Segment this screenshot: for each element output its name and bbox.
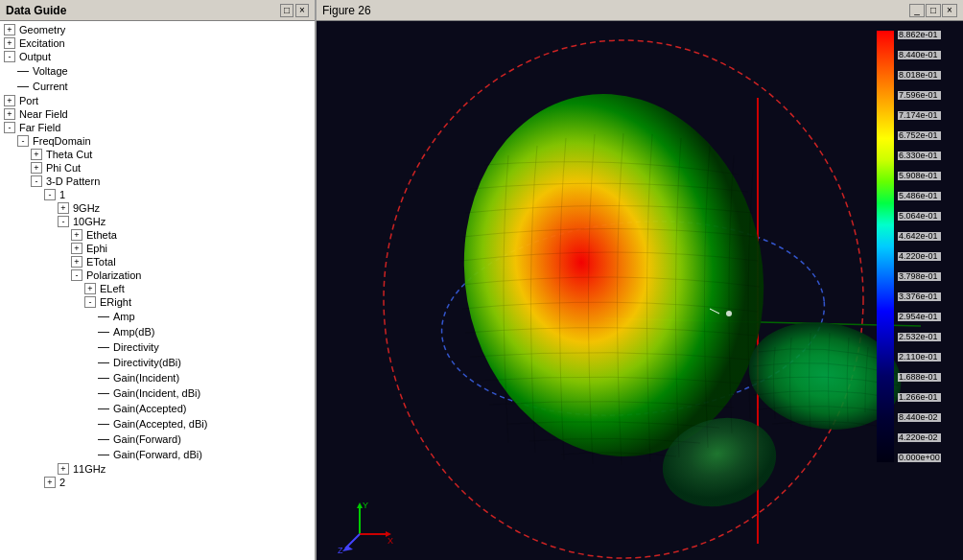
tree-toggle[interactable]: + (31, 162, 42, 174)
tree-item-current[interactable]: —Current (0, 79, 315, 94)
tree-item-output[interactable]: -Output (0, 50, 315, 63)
tree-label: Excitation (17, 37, 65, 49)
scale-label: 7.174e-01 (898, 111, 941, 120)
tree-item-10ghz[interactable]: -10GHz (0, 215, 315, 228)
tree-item-excitation[interactable]: +Excitation (0, 36, 315, 50)
tree-item-directivity[interactable]: —Directivity (0, 339, 315, 355)
tree-toggle[interactable]: + (31, 149, 42, 160)
scale-label: 8.862e-01 (898, 31, 941, 39)
tree-label: 11GHz (71, 463, 106, 475)
scale-label: 8.440e-01 (898, 51, 941, 59)
tree-label: 10GHz (71, 216, 106, 227)
tree-item-gain-accepted[interactable]: —Gain(Accepted) (0, 401, 315, 416)
tree-toggle[interactable]: + (58, 463, 69, 475)
svg-text:Z: Z (338, 546, 343, 555)
tree-item-geometry[interactable]: +Geometry (0, 23, 315, 36)
tree-toggle[interactable]: - (17, 135, 29, 147)
tree-toggle[interactable]: - (71, 269, 82, 281)
scale-label: 3.798e-01 (898, 272, 941, 281)
panel-close-btn[interactable]: × (295, 4, 309, 17)
tree-toggle[interactable]: - (44, 189, 56, 200)
tree-toggle[interactable]: + (4, 108, 15, 120)
tree-label: FreqDomain (31, 135, 91, 147)
tree-leaf-spacer: — (98, 432, 111, 446)
scale-label: 7.596e-01 (898, 91, 941, 100)
tree-label: Port (17, 95, 38, 106)
tree-toggle[interactable]: - (4, 51, 15, 62)
tree-label: ERight (98, 296, 131, 308)
tree-toggle[interactable]: - (58, 216, 69, 227)
figure-content: Y X Z 8.862e-018.44 (317, 21, 963, 560)
tree-toggle[interactable]: + (4, 24, 15, 35)
panel-header: Data Guide □ × (0, 0, 315, 21)
tree-leaf-spacer: — (17, 80, 31, 93)
tree-toggle[interactable]: + (58, 202, 69, 214)
tree-label: Near Field (17, 108, 68, 120)
tree-item-eright[interactable]: -ERight (0, 295, 315, 309)
tree-label: Gain(Accepted, dBi) (111, 418, 207, 430)
tree-item-directivity-dbi[interactable]: —Directivity(dBi) (0, 355, 315, 370)
tree-toggle[interactable]: - (31, 175, 42, 187)
scale-label: 3.376e-01 (898, 292, 941, 301)
tree-leaf-spacer: — (98, 310, 111, 323)
tree-item-gain-incident-dbi[interactable]: —Gain(Incident, dBi) (0, 385, 315, 401)
tree-item-near-field[interactable]: +Near Field (0, 107, 315, 121)
tree-item-gain-forward-dbi[interactable]: —Gain(Forward, dBi) (0, 447, 315, 462)
tree-item-voltage[interactable]: —Voltage (0, 63, 315, 79)
tree-container[interactable]: +Geometry+Excitation-Output—Voltage—Curr… (0, 21, 315, 560)
tree-item-etheta[interactable]: +Etheta (0, 228, 315, 242)
figure-restore-btn[interactable]: □ (926, 4, 941, 17)
figure-title: Figure 26 (322, 4, 371, 17)
tree-item-freqdomain[interactable]: -FreqDomain (0, 134, 315, 148)
tree-item-polarization[interactable]: -Polarization (0, 268, 315, 282)
tree-toggle[interactable]: + (84, 283, 96, 294)
tree-item-node-2[interactable]: +2 (0, 476, 315, 489)
tree-item-theta-cut[interactable]: +Theta Cut (0, 148, 315, 161)
figure-panel: Figure 26 _ □ × (317, 0, 963, 560)
tree-item-far-field[interactable]: -Far Field (0, 121, 315, 134)
tree-item-gain-incident[interactable]: —Gain(Incident) (0, 370, 315, 385)
tree-item-etotal[interactable]: +ETotal (0, 255, 315, 268)
tree-item-3d-pattern[interactable]: -3-D Pattern (0, 175, 315, 188)
tree-item-gain-accepted-dbi[interactable]: —Gain(Accepted, dBi) (0, 416, 315, 432)
tree-item-amp[interactable]: —Amp (0, 309, 315, 324)
color-bar (877, 31, 894, 462)
tree-item-eleft[interactable]: +ELeft (0, 282, 315, 295)
tree-label: Gain(Forward) (111, 433, 181, 445)
tree-item-ephi[interactable]: +Ephi (0, 242, 315, 255)
tree-item-11ghz[interactable]: +11GHz (0, 462, 315, 476)
scale-label: 5.908e-01 (898, 172, 941, 180)
figure-minimize-btn[interactable]: _ (909, 4, 925, 17)
tree-toggle[interactable]: + (71, 256, 82, 268)
svg-text:Y: Y (363, 501, 368, 510)
tree-label: 9GHz (71, 202, 100, 214)
tree-label: 2 (58, 477, 65, 488)
tree-leaf-spacer: — (98, 356, 111, 369)
figure-header: Figure 26 _ □ × (317, 0, 963, 21)
tree-label: Gain(Forward, dBi) (111, 449, 202, 460)
tree-toggle[interactable]: + (71, 229, 82, 241)
tree-toggle[interactable]: - (4, 122, 15, 133)
tree-toggle[interactable]: + (71, 243, 82, 254)
tree-toggle[interactable]: + (4, 95, 15, 106)
tree-leaf-spacer: — (17, 64, 31, 78)
figure-close-btn[interactable]: × (942, 4, 957, 17)
scale-label: 8.018e-01 (898, 71, 941, 80)
tree-item-node-1[interactable]: -1 (0, 188, 315, 201)
tree-label: Geometry (17, 24, 65, 35)
panel-restore-btn[interactable]: □ (280, 4, 294, 17)
tree-label: Current (31, 81, 68, 92)
tree-item-phi-cut[interactable]: +Phi Cut (0, 161, 315, 175)
svg-text:X: X (388, 536, 393, 546)
tree-label: Theta Cut (44, 149, 92, 160)
tree-toggle[interactable]: - (84, 296, 96, 308)
tree-toggle[interactable]: + (44, 477, 56, 488)
tree-item-port[interactable]: +Port (0, 94, 315, 107)
tree-item-9ghz[interactable]: +9GHz (0, 201, 315, 215)
tree-item-amp-db[interactable]: —Amp(dB) (0, 324, 315, 339)
tree-toggle[interactable]: + (4, 37, 15, 49)
tree-item-gain-forward[interactable]: —Gain(Forward) (0, 432, 315, 447)
panel-title: Data Guide (6, 4, 66, 17)
tree-leaf-spacer: — (98, 371, 111, 385)
tree-label: Amp (111, 311, 135, 322)
